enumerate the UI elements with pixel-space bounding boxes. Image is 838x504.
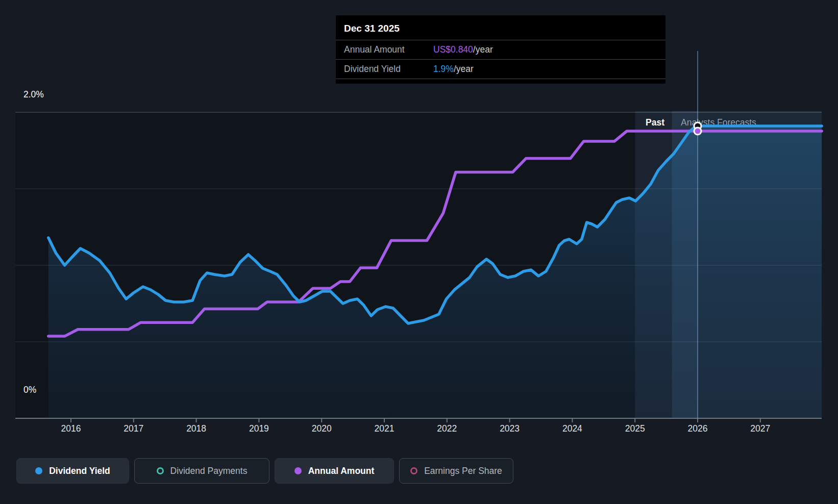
filled-circle-icon: [294, 467, 302, 474]
y-axis-top-label: 2.0%: [23, 89, 44, 100]
tooltip-suffix-annual-amount: /year: [473, 44, 493, 55]
chart-legend: Dividend YieldDividend PaymentsAnnual Am…: [16, 458, 513, 484]
x-axis-label-2016: 2016: [51, 423, 91, 434]
x-axis-label-2017: 2017: [113, 423, 154, 434]
legend-button-dividend-payments[interactable]: Dividend Payments: [134, 458, 269, 484]
tooltip-suffix-dividend-yield: /year: [454, 64, 474, 74]
x-axis-label-2021: 2021: [364, 423, 405, 434]
x-axis-label-2023: 2023: [489, 423, 530, 434]
past-region-label: Past: [608, 117, 664, 128]
legend-button-earnings-per-share[interactable]: Earnings Per Share: [399, 458, 513, 484]
legend-label: Dividend Yield: [49, 466, 110, 476]
tooltip-row-annual-amount: Annual Amount US$0.840 /year: [336, 40, 666, 59]
x-axis-label-2018: 2018: [176, 423, 217, 434]
tooltip-row-dividend-yield: Dividend Yield 1.9% /year: [336, 59, 666, 79]
legend-button-annual-amount[interactable]: Annual Amount: [275, 458, 394, 484]
dividend-history-chart: 2.0% 0% 20162017201820192020202120222023…: [0, 0, 838, 504]
tooltip-label-annual-amount: Annual Amount: [344, 44, 433, 55]
forecast-region-label: Analysts Forecasts: [681, 117, 756, 128]
x-axis-label-2026: 2026: [677, 423, 718, 434]
hollow-circle-icon: [410, 467, 417, 474]
legend-button-dividend-yield[interactable]: Dividend Yield: [16, 458, 129, 484]
legend-label: Dividend Payments: [170, 466, 248, 476]
x-axis-label-2019: 2019: [238, 423, 279, 434]
x-axis-label-2020: 2020: [301, 423, 342, 434]
x-axis-label-2022: 2022: [427, 423, 467, 434]
x-axis-label-2024: 2024: [552, 423, 593, 434]
legend-label: Annual Amount: [308, 466, 375, 476]
legend-label: Earnings Per Share: [424, 466, 502, 476]
hollow-circle-icon: [157, 467, 164, 474]
tooltip-value-annual-amount: US$0.840: [433, 44, 473, 55]
x-axis-label-2027: 2027: [740, 423, 781, 434]
y-axis-bottom-label: 0%: [23, 384, 36, 395]
tooltip-value-dividend-yield: 1.9%: [433, 64, 454, 74]
chart-tooltip: Dec 31 2025 Annual Amount US$0.840 /year…: [336, 15, 666, 84]
tooltip-date: Dec 31 2025: [336, 15, 666, 40]
tooltip-label-dividend-yield: Dividend Yield: [344, 64, 433, 74]
filled-circle-icon: [35, 467, 42, 474]
x-axis-label-2025: 2025: [614, 423, 655, 434]
